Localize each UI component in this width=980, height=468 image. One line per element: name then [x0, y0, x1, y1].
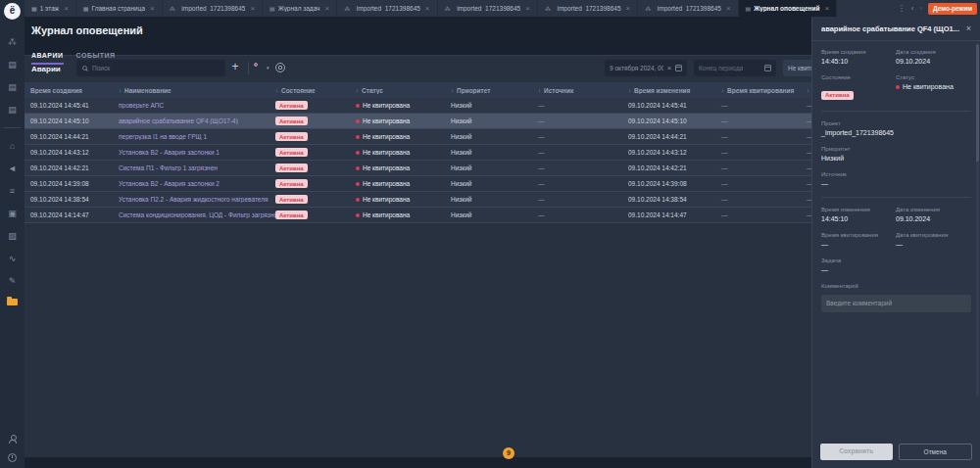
circle-gear-icon[interactable] — [275, 63, 285, 72]
project-value: _imported_1721398645 — [821, 129, 971, 136]
alarm-name-link[interactable]: проверьте АПС — [119, 102, 275, 109]
sort-icon[interactable]: ↓ — [275, 87, 278, 93]
view-tab-аварии[interactable]: АВАРИИ — [31, 52, 64, 65]
clear-date-icon[interactable]: × — [667, 65, 671, 71]
sitemap-icon[interactable]: ⁂ — [7, 37, 19, 47]
sort-icon[interactable]: ↓ — [721, 87, 724, 93]
source-cell: — — [538, 102, 628, 109]
tab-close-icon[interactable]: × — [325, 4, 330, 13]
layers-icon[interactable]: ≡ — [7, 186, 19, 196]
view-tab-события[interactable]: СОБЫТИЯ — [76, 52, 116, 65]
column-header[interactable]: ↓Наименование — [119, 87, 275, 94]
building-icon[interactable]: ⌂ — [7, 141, 19, 151]
table-row[interactable]: 09.10.2024 14:43:12Установка В2 - Авария… — [24, 145, 811, 161]
window-tab[interactable]: ⁂_imported_1721398645× — [163, 0, 263, 17]
window-tab[interactable]: ⁂_imported_1721398645× — [337, 0, 437, 17]
table-row[interactable]: 09.10.2024 14:42:21Система П1 - Фильтр 1… — [24, 161, 811, 176]
table-row[interactable]: 09.10.2024 14:39:08Установка В2 - Авария… — [24, 176, 811, 192]
table-row[interactable]: 09.10.2024 14:14:47Система кондициониров… — [24, 208, 811, 223]
calendar-icon[interactable] — [764, 65, 771, 71]
calendar-icon[interactable] — [675, 65, 682, 71]
alarm-name-link[interactable]: Система П1 - Фильтр 1 загрязнен — [119, 164, 275, 171]
field-label: Время изменения — [821, 207, 896, 212]
state-badge: Активна — [275, 179, 308, 188]
tab-close-icon[interactable]: × — [525, 4, 530, 13]
tab-close-icon[interactable]: × — [626, 4, 631, 13]
status-label: Не квитирована — [363, 164, 410, 171]
sort-icon[interactable]: ↓ — [807, 87, 809, 93]
add-alarm-button[interactable]: + — [227, 59, 243, 76]
table-row[interactable]: 09.10.2024 14:45:41проверьте АПСАктивнаН… — [24, 98, 811, 114]
column-header[interactable]: ↓Время квитирования — [721, 87, 807, 94]
notification-badge[interactable]: 9 — [503, 447, 514, 459]
close-icon[interactable]: × — [966, 24, 971, 33]
chart-icon[interactable]: ∿ — [7, 254, 19, 263]
alarm-name-link[interactable]: перегрузка I1 на вводе ГРЩ 1 — [119, 133, 275, 140]
save-button[interactable]: Сохранить — [820, 444, 893, 460]
page-title: Журнал оповещений — [31, 24, 143, 36]
sort-icon[interactable]: ↓ — [356, 87, 359, 93]
edit-icon[interactable]: ✎ — [7, 276, 19, 286]
search-field[interactable] — [92, 65, 220, 71]
event-journal-icon[interactable]: ▤ — [7, 105, 19, 115]
chevron-down-icon[interactable]: ▾ — [267, 65, 270, 70]
tabs-scroll-left-icon[interactable]: ‹ — [911, 4, 914, 13]
column-label: Источник — [544, 87, 573, 94]
window-tab[interactable]: ⁂_imported_1721398645× — [538, 0, 638, 17]
tab-close-icon[interactable]: × — [425, 4, 430, 13]
tab-close-icon[interactable]: × — [825, 4, 830, 13]
window-tab-label: Журнал оповещений — [754, 5, 819, 12]
status-label: Не квитирована — [363, 180, 410, 187]
tab-close-icon[interactable]: × — [250, 4, 255, 13]
column-header[interactable]: ↓Приоритет — [451, 87, 538, 94]
user-icon[interactable] — [9, 435, 17, 444]
alarm-name-link[interactable]: Установка П2.2 - Авария жидкостного нагр… — [119, 196, 275, 203]
field-label: Дата изменения — [896, 207, 970, 212]
column-header[interactable]: Время создания — [30, 87, 119, 94]
column-header[interactable]: ↓Состояние — [275, 87, 356, 94]
date-to-placeholder: Конец периода — [699, 65, 743, 71]
alarm-journal-icon[interactable]: ▤ — [7, 60, 19, 70]
window-tab[interactable]: ▦Главная страница× — [76, 0, 163, 17]
task-journal-icon[interactable]: ▤ — [7, 82, 19, 92]
table-row[interactable]: 09.10.2024 14:45:10аварийное срабатывани… — [24, 114, 811, 129]
sort-icon[interactable]: ↓ — [538, 87, 541, 93]
status-label: Не квитирована — [363, 149, 410, 156]
tabs-scroll-right-icon[interactable]: › — [919, 4, 922, 13]
table-row[interactable]: 09.10.2024 14:38:54Установка П2.2 - Авар… — [24, 192, 811, 208]
tab-close-icon[interactable]: × — [726, 4, 731, 13]
date-to-filter[interactable]: Конец периода — [694, 60, 776, 76]
sort-icon[interactable]: ↓ — [119, 87, 122, 93]
folder-icon[interactable] — [7, 299, 18, 305]
app-logo-icon[interactable]: ё — [4, 3, 21, 20]
megaphone-icon[interactable]: ◄ — [7, 164, 19, 173]
panel-scrollbar[interactable] — [976, 44, 979, 397]
window-tab[interactable]: ▤Журнал оповещений× — [739, 0, 838, 17]
clock-icon[interactable] — [8, 453, 17, 462]
alarm-name-link[interactable]: аварийное срабатывание QF4 (ЩО17-4) — [119, 117, 275, 124]
window-tab[interactable]: ⁂_imported_1721398645× — [638, 0, 738, 17]
cancel-button[interactable]: Отмена — [899, 444, 973, 460]
tab-close-icon[interactable]: × — [64, 4, 69, 13]
tab-close-icon[interactable]: × — [150, 4, 155, 13]
sort-icon[interactable]: ↓ — [451, 87, 454, 93]
alarm-name-link[interactable]: Установка В2 - Авария заслонки 1 — [119, 149, 275, 156]
alarm-name-link[interactable]: Система кондиционирования. ЦОД - Фильтр … — [119, 211, 275, 218]
comment-input[interactable] — [821, 295, 971, 312]
hatched-square-icon[interactable]: ▨ — [7, 231, 19, 241]
window-tab[interactable]: ⁂_imported_1721398645× — [438, 0, 538, 17]
column-header[interactable]: ↓Источник — [538, 87, 628, 94]
window-tab[interactable]: ▤Журнал задач× — [263, 0, 337, 17]
date-from-filter[interactable]: 9 октября 2024, 00:00:00 × — [605, 60, 687, 76]
column-header[interactable]: ↓Время изменения — [628, 87, 721, 94]
column-header[interactable]: ↓Статус — [356, 87, 451, 94]
sitemap-icon: ⁂ — [545, 5, 551, 12]
table-row[interactable]: 09.10.2024 14:44:21перегрузка I1 на ввод… — [24, 129, 811, 145]
window-tab[interactable]: ▦1 этаж× — [24, 0, 76, 17]
kebab-menu-icon[interactable]: ⋮ — [898, 4, 906, 13]
source-cell: — — [538, 180, 628, 187]
circle-dot-icon[interactable] — [254, 63, 258, 67]
alarm-name-link[interactable]: Установка В2 - Авария заслонки 2 — [119, 180, 275, 187]
box-icon[interactable]: ▣ — [7, 209, 19, 218]
sort-icon[interactable]: ↓ — [628, 87, 631, 93]
